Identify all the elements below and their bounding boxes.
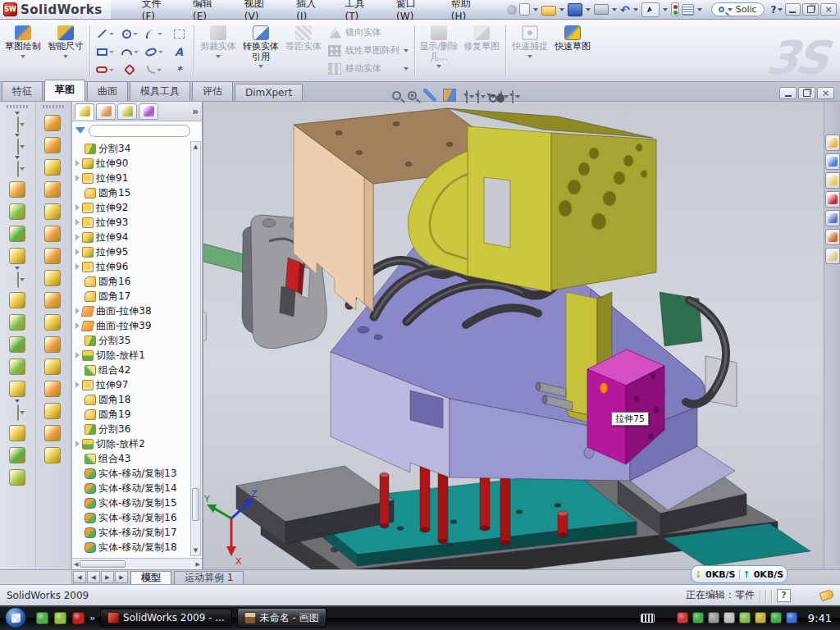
dropdown-arrow-icon[interactable] <box>697 8 702 11</box>
tree-item[interactable]: 切除-放样2 <box>74 436 202 451</box>
expand-arrow-icon[interactable] <box>75 352 80 358</box>
tree-item[interactable]: 拉伸90 <box>74 156 202 171</box>
document-restore-button[interactable] <box>798 87 815 99</box>
pushpin-icon[interactable] <box>507 5 517 15</box>
select-cursor-icon[interactable] <box>641 2 660 17</box>
circle-tool[interactable] <box>117 25 142 43</box>
dropdown-arrow-icon[interactable] <box>258 65 263 68</box>
filled-surface-icon[interactable] <box>44 311 62 333</box>
dropdown-arrow-icon[interactable] <box>469 95 474 98</box>
panel-splitter-handle[interactable] <box>203 312 207 341</box>
tree-item[interactable]: 拉伸92 <box>74 200 202 215</box>
dropdown-arrow-icon[interactable] <box>612 8 617 11</box>
curves-icon[interactable] <box>15 399 20 422</box>
tree-item[interactable]: 圆角18 <box>74 392 202 407</box>
dropdown-arrow-icon[interactable] <box>133 33 138 35</box>
extruded-surface-icon[interactable] <box>44 112 62 134</box>
stoplight-icon[interactable] <box>671 2 679 16</box>
antivirus-launcher-icon[interactable] <box>54 612 66 624</box>
search-input[interactable]: Solic <box>736 4 757 15</box>
dropdown-arrow-icon[interactable] <box>109 69 114 71</box>
tree-item[interactable]: 曲面-拉伸39 <box>74 318 202 333</box>
trim-entities-button[interactable]: 剪裁实体 <box>197 22 240 79</box>
linear-sketch-pattern-button[interactable]: 线性草图阵列 <box>328 43 409 58</box>
rib-icon[interactable] <box>9 289 26 311</box>
quick-snaps-button[interactable]: 快速捕捉 <box>509 22 551 79</box>
command-tab[interactable]: 草图 <box>44 80 85 101</box>
ellipse-tool[interactable] <box>142 43 167 61</box>
featuremanager-tab-icon[interactable] <box>75 103 94 120</box>
trim-surface-icon[interactable] <box>44 355 62 377</box>
tag-icon[interactable] <box>819 589 835 602</box>
sketch-tools-icon[interactable] <box>9 444 26 466</box>
restore-button[interactable] <box>802 3 819 16</box>
linear-pattern-icon[interactable] <box>15 267 20 289</box>
file-explorer-icon[interactable] <box>825 172 840 189</box>
scroll-left-icon[interactable]: ◀ <box>74 561 78 568</box>
delete-face-icon[interactable] <box>44 422 62 444</box>
volume-icon[interactable] <box>724 612 735 623</box>
expand-arrow-icon[interactable] <box>75 204 80 211</box>
tree-horizontal-scrollbar[interactable]: ◀ ▶ <box>72 558 202 569</box>
spline-tool[interactable] <box>142 25 167 43</box>
dropdown-arrow-icon[interactable] <box>134 51 139 53</box>
solidworks-launcher-icon[interactable] <box>72 612 84 624</box>
edit-appearance-icon[interactable] <box>498 94 503 97</box>
reference-geometry-icon[interactable] <box>9 377 26 399</box>
hide-show-items-icon[interactable] <box>486 94 491 97</box>
dropdown-arrow-icon[interactable] <box>109 51 114 53</box>
dropdown-arrow-icon[interactable] <box>109 33 114 35</box>
command-tab[interactable]: 评估 <box>192 81 233 101</box>
move-entities-button[interactable]: 移动实体 <box>328 62 409 76</box>
dimxpertmanager-tab-icon[interactable] <box>139 103 158 120</box>
extend-surface-icon[interactable] <box>44 399 62 422</box>
quick-launch-overflow-button[interactable]: » <box>89 613 95 623</box>
sketch-button[interactable]: 草图绘制 <box>2 22 44 79</box>
repair-sketch-button[interactable]: 修复草图 <box>460 22 503 79</box>
line-tool[interactable] <box>93 25 117 43</box>
zoom-area-icon[interactable] <box>408 91 418 100</box>
close-button[interactable]: × <box>820 3 837 16</box>
offset-entities-button[interactable]: 等距实体 <box>282 22 325 79</box>
scroll-up-icon[interactable]: ▲ <box>194 142 198 152</box>
tree-item[interactable]: 拉伸94 <box>74 230 202 244</box>
tree-vertical-scrollbar[interactable]: ▲ ▼ <box>190 141 201 556</box>
shell-icon[interactable] <box>9 333 26 355</box>
help-button[interactable]: ? <box>771 4 777 16</box>
security-shield-icon[interactable] <box>692 612 704 623</box>
solidworks-resources-icon[interactable] <box>825 135 840 151</box>
start-button[interactable] <box>5 607 26 628</box>
dropdown-arrow-icon[interactable] <box>21 55 25 58</box>
appearances-scenes-icon[interactable] <box>825 229 840 245</box>
tree-item[interactable]: 圆角17 <box>74 289 202 304</box>
search-scope-dropdown-icon[interactable] <box>728 8 733 11</box>
lofted-surface-icon[interactable] <box>44 178 62 200</box>
taskbar-window-button[interactable]: SolidWorks 2009 - ... <box>100 608 232 628</box>
dropdown-arrow-icon[interactable] <box>533 8 538 11</box>
graphics-viewport[interactable]: Y Z X 拉伸75 <box>203 102 840 569</box>
dropdown-arrow-icon[interactable] <box>158 51 163 53</box>
tree-item[interactable]: 组合42 <box>74 363 202 377</box>
configurationmanager-tab-icon[interactable] <box>117 103 137 120</box>
expand-arrow-icon[interactable] <box>75 441 80 447</box>
tree-item[interactable]: 圆角19 <box>74 407 202 422</box>
undo-icon[interactable]: ↶ <box>620 3 630 16</box>
command-tab[interactable]: DimXpert <box>235 84 303 101</box>
dropdown-arrow-icon[interactable] <box>63 55 68 58</box>
update-service-icon[interactable] <box>708 612 719 623</box>
display-delete-relations-button[interactable]: 显示/删除几... <box>418 22 460 79</box>
section-view-icon[interactable] <box>443 89 458 102</box>
tree-item[interactable]: 实体-移动/复制16 <box>74 510 202 525</box>
untrim-surface-icon[interactable] <box>44 377 62 399</box>
network-speed-widget[interactable]: ↓ 0KB/S ↑ 0KB/S <box>691 565 788 583</box>
polygon-tool[interactable] <box>117 61 142 79</box>
dropdown-arrow-icon[interactable] <box>481 95 486 98</box>
scroll-down-icon[interactable]: ▼ <box>194 546 198 555</box>
model-tab-nav-button[interactable]: ▶ <box>101 571 114 583</box>
expand-arrow-icon[interactable] <box>75 308 80 314</box>
document-close-button[interactable]: × <box>817 87 834 99</box>
revolved-surface-icon[interactable] <box>44 134 62 156</box>
scroll-right-icon[interactable]: ▶ <box>196 561 200 568</box>
command-tab[interactable]: 曲面 <box>87 81 128 101</box>
solidworks-search-icon[interactable] <box>825 191 840 208</box>
